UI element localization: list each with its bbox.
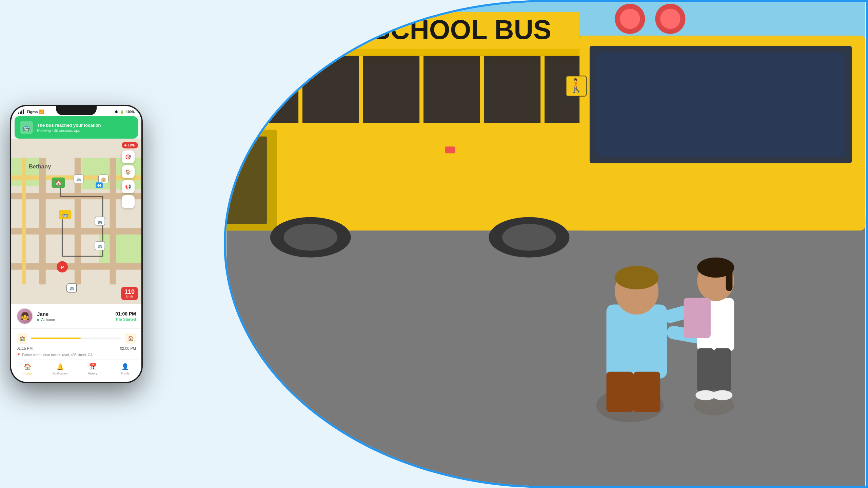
phone-frame: Figma 📶 9:41 AM ✱ 🔋 100% 🚌 The bus reach… [10,105,142,383]
live-label: LIVE [128,143,135,147]
child-status: At home [37,318,111,322]
start-time: 01:15 PM [17,346,33,350]
status-text: At home [41,318,55,322]
trip-progress-section: 🏫 🏠 01:15 PM 02:00 PM 📍 Parker street, n… [11,328,141,360]
live-indicator [124,144,126,146]
svg-text:SCHOOL BUS: SCHOOL BUS [372,15,551,45]
svg-rect-48 [714,348,731,392]
svg-rect-46 [726,264,733,291]
speed-unit: km/h [124,295,135,298]
profile-nav-icon: 👤 [121,363,129,371]
location-info: 📍 Parker street, near melton road, 405 s… [17,353,136,357]
school-icon: 🏫 [19,336,25,341]
svg-rect-63 [22,158,26,285]
child-details: Jane At home [37,311,111,322]
progress-bar-fill [31,338,81,339]
battery-label: 100% [126,110,135,114]
svg-text:🚌: 🚌 [70,286,75,290]
status-indicator [37,319,39,321]
notification-banner[interactable]: 🚌 The bus reached your location Running … [15,116,138,139]
home-icon: 🏠 [128,336,134,341]
svg-text:Bethany: Bethany [29,163,51,170]
map-view[interactable]: 🚌 🏫 🚌 🚌 🚌 🏠 🚌 [11,139,141,304]
notification-text: The bus reached your location Running · … [37,123,101,133]
notification-nav-label: Notification [53,372,68,375]
trip-time: 01:00 PM [115,311,136,317]
svg-rect-2 [226,221,865,486]
child-avatar: 👧 [17,308,33,324]
nav-item-profile[interactable]: 👤 Profile [115,363,135,375]
home-nav-label: Home [23,372,32,375]
child-info-card: 👧 Jane At home 01:00 PM Trip Started [11,304,141,328]
carrier-label: Figma [27,110,38,114]
nav-item-history[interactable]: 📅 History [82,363,103,375]
history-nav-label: History [88,372,97,375]
svg-text:🚌: 🚌 [62,212,68,218]
home-button[interactable]: 🏠 [122,165,135,178]
svg-rect-49 [684,298,711,338]
trip-start-icon: 🏫 [17,333,27,344]
notification-icon: 🚌 [20,121,33,134]
signal-icon [18,109,24,114]
svg-point-51 [712,390,733,400]
battery-icon: 🔋 [120,110,124,114]
svg-point-27 [284,224,338,251]
child-time-info: 01:00 PM Trip Started [115,311,136,321]
phone-mockup: Figma 📶 9:41 AM ✱ 🔋 100% 🚌 The bus reach… [10,105,142,383]
svg-rect-47 [697,348,714,392]
status-right: ✱ 🔋 100% [115,110,135,114]
trip-times: 01:15 PM 02:00 PM [17,346,136,350]
nav-item-home[interactable]: 🏠 Home [17,363,38,375]
svg-rect-31 [445,146,455,153]
location-button[interactable]: 🎯 [122,150,135,163]
trip-end-icon: 🏠 [125,333,136,344]
map-controls: LIVE 🎯 🏠 📢 ··· [122,142,138,208]
svg-text:🚌: 🚌 [76,177,81,182]
svg-text:🏫: 🏫 [101,177,106,182]
svg-rect-25 [226,137,267,224]
speed-display: 110 km/h [121,287,138,300]
location-text: Parker street, near melton road, 405 str… [22,353,93,357]
phone-screen: Figma 📶 9:41 AM ✱ 🔋 100% 🚌 The bus reach… [11,106,141,382]
svg-text:🏠: 🏠 [55,180,62,187]
speed-value: 110 [124,289,135,295]
svg-text:44: 44 [97,184,101,187]
svg-rect-60 [39,158,46,285]
scene-photo: SCHOOL BUS 🚶 [224,0,868,488]
phone-notch [56,105,97,115]
svg-text:🚶: 🚶 [568,78,585,94]
svg-point-37 [615,266,658,289]
wifi-icon: 📶 [39,109,44,114]
notification-subtitle: Running · 30 seconds ago [37,128,101,133]
child-name: Jane [37,311,111,317]
profile-nav-label: Profile [121,372,130,375]
svg-point-20 [660,9,680,29]
notification-title: The bus reached your location [37,123,101,128]
svg-point-29 [502,224,556,251]
svg-text:🚌: 🚌 [98,219,103,224]
location-pin-icon: 📍 [17,353,21,357]
svg-point-19 [620,9,640,29]
status-left: Figma 📶 [18,109,44,114]
live-badge[interactable]: LIVE [122,142,138,148]
home-nav-icon: 🏠 [23,363,32,371]
bus-icon: 🚌 [23,124,30,131]
svg-rect-39 [633,372,660,412]
end-time: 02:00 PM [120,346,136,350]
nav-item-notification[interactable]: 🔔 Notification [50,363,70,375]
svg-rect-62 [110,158,116,285]
bluetooth-icon: ✱ [115,110,118,114]
svg-text:🚌: 🚌 [98,244,103,248]
trip-started-label: Trip Started [115,317,136,321]
notification-nav-icon: 🔔 [56,363,64,371]
bottom-navigation: 🏠 Home 🔔 Notification 📅 History 👤 Profil… [11,360,141,382]
svg-rect-23 [596,53,845,157]
svg-rect-38 [607,372,633,412]
history-nav-icon: 📅 [88,363,97,371]
svg-text:P: P [61,265,64,270]
svg-rect-35 [607,305,667,379]
progress-bar-container [31,338,122,339]
more-button[interactable]: ··· [122,195,135,208]
alert-button[interactable]: 📢 [122,180,135,193]
progress-row: 🏫 🏠 [17,333,136,344]
